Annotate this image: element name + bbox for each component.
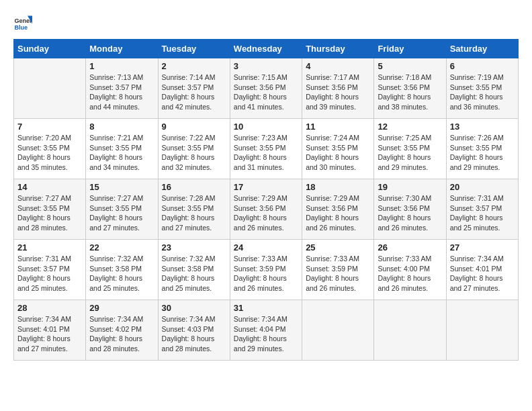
day-number: 21 [17,242,82,253]
day-cell: 16Sunrise: 7:28 AM Sunset: 3:55 PM Dayli… [158,179,230,240]
day-number: 3 [234,61,298,71]
day-number: 31 [234,303,298,313]
day-cell: 17Sunrise: 7:29 AM Sunset: 3:56 PM Dayli… [230,179,302,240]
day-number: 15 [89,182,154,192]
day-info: Sunrise: 7:29 AM Sunset: 3:56 PM Dayligh… [306,193,370,233]
svg-text:Blue: Blue [14,24,28,31]
day-info: Sunrise: 7:30 AM Sunset: 3:56 PM Dayligh… [378,193,442,233]
day-cell: 1Sunrise: 7:13 AM Sunset: 3:57 PM Daylig… [86,58,158,119]
day-info: Sunrise: 7:34 AM Sunset: 4:01 PM Dayligh… [17,314,82,354]
col-header-friday: Friday [374,40,446,58]
day-number: 24 [234,242,298,253]
day-cell: 25Sunrise: 7:33 AM Sunset: 3:59 PM Dayli… [302,240,374,300]
day-info: Sunrise: 7:19 AM Sunset: 3:55 PM Dayligh… [450,73,515,112]
week-row-1: 1Sunrise: 7:13 AM Sunset: 3:57 PM Daylig… [14,58,519,119]
col-header-thursday: Thursday [302,40,374,58]
day-info: Sunrise: 7:28 AM Sunset: 3:55 PM Dayligh… [162,193,226,233]
day-info: Sunrise: 7:25 AM Sunset: 3:55 PM Dayligh… [378,133,442,173]
header: General Blue [13,13,519,32]
day-info: Sunrise: 7:27 AM Sunset: 3:55 PM Dayligh… [17,193,82,233]
day-number: 18 [306,182,370,192]
day-info: Sunrise: 7:33 AM Sunset: 4:00 PM Dayligh… [378,254,442,293]
day-info: Sunrise: 7:34 AM Sunset: 4:02 PM Dayligh… [89,314,154,354]
day-cell: 10Sunrise: 7:23 AM Sunset: 3:55 PM Dayli… [230,119,302,179]
day-info: Sunrise: 7:13 AM Sunset: 3:57 PM Dayligh… [89,73,154,112]
day-info: Sunrise: 7:31 AM Sunset: 3:57 PM Dayligh… [17,254,82,293]
day-info: Sunrise: 7:32 AM Sunset: 3:58 PM Dayligh… [162,254,226,293]
day-info: Sunrise: 7:17 AM Sunset: 3:56 PM Dayligh… [306,73,370,112]
day-number: 1 [89,61,154,71]
day-cell: 8Sunrise: 7:21 AM Sunset: 3:55 PM Daylig… [86,119,158,179]
day-number: 23 [162,242,226,253]
day-cell: 4Sunrise: 7:17 AM Sunset: 3:56 PM Daylig… [302,58,374,119]
day-number: 5 [378,61,442,71]
day-number: 30 [162,303,226,313]
day-number: 9 [162,122,226,132]
col-header-saturday: Saturday [446,40,518,58]
day-number: 13 [450,122,515,132]
logo-icon: General Blue [13,13,32,32]
day-number: 25 [306,242,370,253]
day-info: Sunrise: 7:34 AM Sunset: 4:01 PM Dayligh… [450,254,515,293]
day-cell: 7Sunrise: 7:20 AM Sunset: 3:55 PM Daylig… [14,119,86,179]
day-cell: 12Sunrise: 7:25 AM Sunset: 3:55 PM Dayli… [374,119,446,179]
day-cell: 23Sunrise: 7:32 AM Sunset: 3:58 PM Dayli… [158,240,230,300]
week-row-2: 7Sunrise: 7:20 AM Sunset: 3:55 PM Daylig… [14,119,519,179]
day-number: 19 [378,182,442,192]
day-info: Sunrise: 7:22 AM Sunset: 3:55 PM Dayligh… [162,133,226,173]
day-cell: 28Sunrise: 7:34 AM Sunset: 4:01 PM Dayli… [14,300,86,361]
col-header-monday: Monday [86,40,158,58]
day-number: 12 [378,122,442,132]
day-cell: 21Sunrise: 7:31 AM Sunset: 3:57 PM Dayli… [14,240,86,300]
day-cell: 26Sunrise: 7:33 AM Sunset: 4:00 PM Dayli… [374,240,446,300]
day-cell [374,300,446,361]
day-info: Sunrise: 7:33 AM Sunset: 3:59 PM Dayligh… [306,254,370,293]
day-number: 26 [378,242,442,253]
day-cell: 13Sunrise: 7:26 AM Sunset: 3:55 PM Dayli… [446,119,518,179]
day-cell: 18Sunrise: 7:29 AM Sunset: 3:56 PM Dayli… [302,179,374,240]
day-number: 10 [234,122,298,132]
day-number: 16 [162,182,226,192]
day-info: Sunrise: 7:32 AM Sunset: 3:58 PM Dayligh… [89,254,154,293]
logo: General Blue [13,13,35,32]
col-header-tuesday: Tuesday [158,40,230,58]
day-cell: 5Sunrise: 7:18 AM Sunset: 3:56 PM Daylig… [374,58,446,119]
day-info: Sunrise: 7:24 AM Sunset: 3:55 PM Dayligh… [306,133,370,173]
day-cell: 19Sunrise: 7:30 AM Sunset: 3:56 PM Dayli… [374,179,446,240]
day-cell: 29Sunrise: 7:34 AM Sunset: 4:02 PM Dayli… [86,300,158,361]
day-info: Sunrise: 7:15 AM Sunset: 3:56 PM Dayligh… [234,73,298,112]
day-number: 14 [17,182,82,192]
day-number: 8 [89,122,154,132]
day-info: Sunrise: 7:18 AM Sunset: 3:56 PM Dayligh… [378,73,442,112]
day-cell: 11Sunrise: 7:24 AM Sunset: 3:55 PM Dayli… [302,119,374,179]
day-info: Sunrise: 7:31 AM Sunset: 3:57 PM Dayligh… [450,193,515,233]
calendar-table: SundayMondayTuesdayWednesdayThursdayFrid… [13,39,519,361]
day-info: Sunrise: 7:33 AM Sunset: 3:59 PM Dayligh… [234,254,298,293]
day-number: 11 [306,122,370,132]
day-number: 17 [234,182,298,192]
day-cell: 20Sunrise: 7:31 AM Sunset: 3:57 PM Dayli… [446,179,518,240]
day-cell: 31Sunrise: 7:34 AM Sunset: 4:04 PM Dayli… [230,300,302,361]
day-cell: 27Sunrise: 7:34 AM Sunset: 4:01 PM Dayli… [446,240,518,300]
day-number: 27 [450,242,515,253]
day-number: 6 [450,61,515,71]
week-row-5: 28Sunrise: 7:34 AM Sunset: 4:01 PM Dayli… [14,300,519,361]
day-info: Sunrise: 7:34 AM Sunset: 4:04 PM Dayligh… [234,314,298,354]
day-info: Sunrise: 7:21 AM Sunset: 3:55 PM Dayligh… [89,133,154,173]
day-info: Sunrise: 7:26 AM Sunset: 3:55 PM Dayligh… [450,133,515,173]
day-cell [446,300,518,361]
day-info: Sunrise: 7:34 AM Sunset: 4:03 PM Dayligh… [162,314,226,354]
col-header-sunday: Sunday [14,40,86,58]
day-number: 2 [162,61,226,71]
day-number: 22 [89,242,154,253]
week-row-3: 14Sunrise: 7:27 AM Sunset: 3:55 PM Dayli… [14,179,519,240]
day-cell: 30Sunrise: 7:34 AM Sunset: 4:03 PM Dayli… [158,300,230,361]
day-cell: 3Sunrise: 7:15 AM Sunset: 3:56 PM Daylig… [230,58,302,119]
day-info: Sunrise: 7:23 AM Sunset: 3:55 PM Dayligh… [234,133,298,173]
day-cell: 22Sunrise: 7:32 AM Sunset: 3:58 PM Dayli… [86,240,158,300]
day-cell: 2Sunrise: 7:14 AM Sunset: 3:57 PM Daylig… [158,58,230,119]
day-cell: 9Sunrise: 7:22 AM Sunset: 3:55 PM Daylig… [158,119,230,179]
day-number: 7 [17,122,82,132]
day-cell: 14Sunrise: 7:27 AM Sunset: 3:55 PM Dayli… [14,179,86,240]
week-row-4: 21Sunrise: 7:31 AM Sunset: 3:57 PM Dayli… [14,240,519,300]
